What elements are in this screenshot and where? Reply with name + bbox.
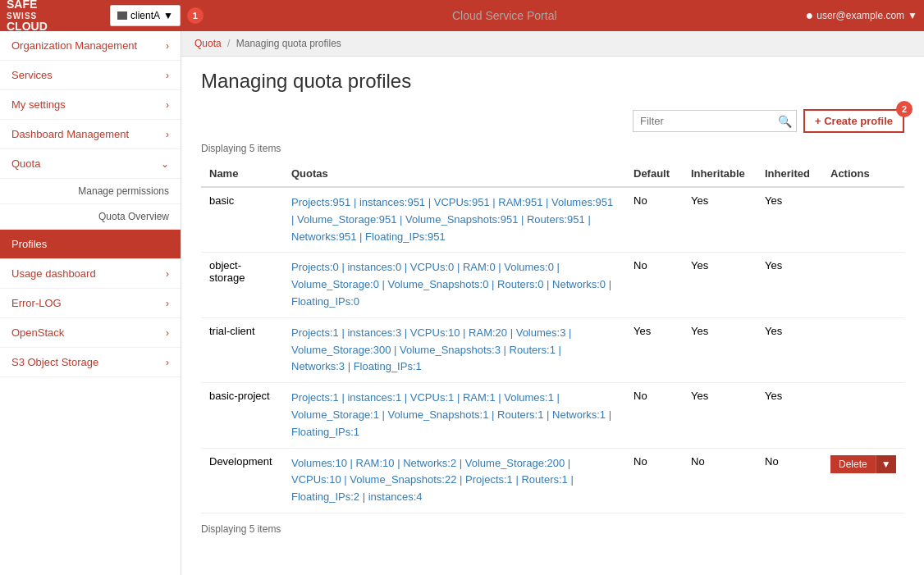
chevron-right-icon: › <box>166 99 169 111</box>
cell-actions <box>822 383 904 448</box>
sidebar-errorlog-label: Error-LOG <box>11 297 62 309</box>
cell-actions: Delete▼ <box>822 448 904 513</box>
sidebar-sub-profiles[interactable]: Profiles <box>0 230 181 259</box>
user-icon: ● <box>806 8 814 23</box>
displaying-count-top: Displaying 5 items <box>201 143 904 154</box>
cell-inherited: Yes <box>757 187 822 253</box>
cell-inheritable: Yes <box>683 187 757 253</box>
sidebar-item-usage-dashboard[interactable]: Usage dashboard › <box>0 259 181 289</box>
col-header-quotas: Quotas <box>283 161 625 187</box>
col-header-name: Name <box>201 161 283 187</box>
badge-1: 1 <box>187 7 204 24</box>
chevron-right-icon: › <box>166 357 169 368</box>
breadcrumb-parent[interactable]: Quota <box>194 38 222 49</box>
sidebar-item-org-management[interactable]: Organization Management › <box>0 31 181 61</box>
cell-actions <box>822 317 904 382</box>
badge-2: 2 <box>896 101 913 117</box>
sidebar-openstack-label: OpenStack <box>11 326 64 339</box>
cell-default: No <box>625 448 683 513</box>
sidebar-usage-label: Usage dashboard <box>11 267 96 280</box>
cell-default: Yes <box>625 317 683 382</box>
cell-actions <box>822 253 904 317</box>
table-row: object-storageProjects:0 | instances:0 |… <box>201 253 904 317</box>
client-icon <box>117 11 127 20</box>
cell-inheritable: Yes <box>683 383 757 448</box>
sidebar-s3-label: S3 Object Storage <box>11 356 98 368</box>
col-header-inherited: Inherited <box>757 161 822 187</box>
top-header: SAFE SWISS CLOUD clientA ▼ 1 Cloud Servi… <box>0 0 924 31</box>
sidebar-item-error-log[interactable]: Error-LOG › <box>0 289 181 318</box>
col-header-actions: Actions <box>822 161 904 187</box>
sidebar-quota-label: Quota <box>11 157 40 170</box>
sidebar-item-quota[interactable]: Quota ⌄ <box>0 149 181 179</box>
sidebar-item-s3-storage[interactable]: S3 Object Storage › <box>0 348 181 377</box>
sidebar-dashboard-label: Dashboard Management <box>11 128 129 140</box>
cell-name: trial-client <box>201 317 283 382</box>
cell-name: basic-project <box>201 383 283 448</box>
logo: SAFE SWISS CLOUD <box>7 0 48 33</box>
cell-name: basic <box>201 187 283 253</box>
sidebar-sub-quota-overview[interactable]: Quota Overview <box>0 204 181 230</box>
portal-title: Cloud Service Portal <box>204 9 806 22</box>
sidebar-item-dashboard-mgmt[interactable]: Dashboard Management › <box>0 120 181 149</box>
cell-inheritable: Yes <box>683 253 757 317</box>
user-chevron-icon: ▼ <box>908 10 917 21</box>
cell-default: No <box>625 187 683 253</box>
client-selector[interactable]: clientA ▼ <box>110 5 181 26</box>
table-row: DevelopmentVolumes:10 | RAM:10 | Network… <box>201 448 904 513</box>
cell-default: No <box>625 383 683 448</box>
chevron-down-icon: ▼ <box>163 10 173 21</box>
cell-inherited: Yes <box>757 253 822 317</box>
col-header-inheritable: Inheritable <box>683 161 757 187</box>
table-row: basic-projectProjects:1 | instances:1 | … <box>201 383 904 448</box>
cell-inheritable: Yes <box>683 317 757 382</box>
cell-quotas: Projects:1 | instances:1 | VCPUs:1 | RAM… <box>283 383 625 448</box>
cell-quotas: Volumes:10 | RAM:10 | Networks:2 | Volum… <box>283 448 625 513</box>
cell-quotas: Projects:951 | instances:951 | VCPUs:951… <box>283 187 625 253</box>
delete-button[interactable]: Delete <box>830 455 876 473</box>
chevron-right-icon: › <box>166 298 169 309</box>
delete-action-group: Delete▼ <box>830 455 896 473</box>
chevron-right-icon: › <box>166 70 169 81</box>
content-area: Quota / Managing quota profiles Managing… <box>181 31 924 575</box>
client-label: clientA <box>130 10 160 21</box>
delete-dropdown-button[interactable]: ▼ <box>876 455 896 473</box>
sidebar-sub-manage-permissions[interactable]: Manage permissions <box>0 179 181 204</box>
sidebar-item-services[interactable]: Services › <box>0 61 181 90</box>
col-header-default: Default <box>625 161 683 187</box>
cell-inherited: Yes <box>757 383 822 448</box>
sidebar-org-label: Organization Management <box>11 39 137 52</box>
cell-name: object-storage <box>201 253 283 317</box>
chevron-right-icon: › <box>166 129 169 140</box>
cell-name: Development <box>201 448 283 513</box>
table-row: basicProjects:951 | instances:951 | VCPU… <box>201 187 904 253</box>
table-header-row: Name Quotas Default Inheritable Inherite… <box>201 161 904 187</box>
cell-quotas: Projects:1 | instances:3 | VCPUs:10 | RA… <box>283 317 625 382</box>
sidebar-services-label: Services <box>11 69 53 81</box>
chevron-right-icon: › <box>166 40 169 52</box>
toolbar: 🔍 + Create profile 2 <box>201 109 904 133</box>
cell-actions <box>822 187 904 253</box>
sidebar-item-openstack[interactable]: OpenStack › <box>0 318 181 348</box>
chevron-right-icon: › <box>166 327 169 339</box>
chevron-right-icon: › <box>166 268 169 280</box>
sidebar-item-my-settings[interactable]: My settings › <box>0 90 181 120</box>
cell-inherited: No <box>757 448 822 513</box>
create-profile-button[interactable]: + Create profile <box>803 109 904 133</box>
table-row: trial-clientProjects:1 | instances:3 | V… <box>201 317 904 382</box>
main-layout: Organization Management › Services › My … <box>0 31 924 575</box>
displaying-count-bottom: Displaying 5 items <box>201 523 904 535</box>
content-body: Managing quota profiles 🔍 + Create profi… <box>181 57 924 554</box>
logo-area: SAFE SWISS CLOUD <box>0 0 107 31</box>
user-text: user@example.com <box>817 10 904 21</box>
cell-inheritable: No <box>683 448 757 513</box>
filter-input[interactable] <box>633 110 797 132</box>
chevron-down-icon: ⌄ <box>161 158 169 170</box>
filter-wrap: 🔍 <box>633 110 797 132</box>
breadcrumb-current: Managing quota profiles <box>236 38 341 49</box>
sidebar: Organization Management › Services › My … <box>0 31 181 575</box>
cell-quotas: Projects:0 | instances:0 | VCPUs:0 | RAM… <box>283 253 625 317</box>
page-title: Managing quota profiles <box>201 70 904 93</box>
data-table: Name Quotas Default Inheritable Inherite… <box>201 161 904 513</box>
cell-inherited: Yes <box>757 317 822 382</box>
